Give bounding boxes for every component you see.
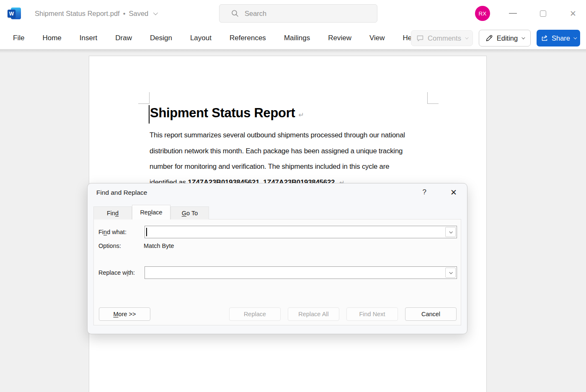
editing-mode-button[interactable]: Editing: [479, 30, 531, 46]
replace-button[interactable]: Replace: [229, 307, 281, 321]
chevron-down-icon: [573, 36, 577, 39]
comment-bubble-icon: [416, 35, 424, 42]
close-window-button[interactable]: ✕: [563, 0, 583, 27]
dialog-title: Find and Replace: [96, 189, 147, 196]
document-title: Shipment Status Report.pdf: [35, 10, 120, 18]
options-label: Options:: [98, 242, 121, 249]
share-button[interactable]: Share: [537, 30, 580, 46]
replace-with-combobox[interactable]: [145, 266, 457, 279]
text-cursor: [146, 228, 147, 236]
comments-label: Comments: [428, 34, 461, 42]
dialog-close-button[interactable]: ✕: [450, 188, 457, 197]
menu-file[interactable]: File: [13, 34, 24, 42]
margin-cropmark-right: [427, 92, 439, 104]
replace-with-input[interactable]: [145, 267, 445, 279]
replace-all-button[interactable]: Replace All: [288, 307, 339, 321]
tab-goto[interactable]: Go To: [170, 206, 209, 219]
cancel-button[interactable]: Cancel: [405, 307, 457, 321]
editing-label: Editing: [497, 34, 518, 42]
paragraph-mark: ↵: [298, 111, 304, 119]
share-label: Share: [552, 34, 570, 42]
options-value: Match Byte: [144, 242, 174, 249]
title-separator: •: [123, 10, 126, 18]
comments-button[interactable]: Comments: [411, 30, 473, 46]
menu-layout[interactable]: Layout: [190, 34, 212, 42]
dialog-tabs: Find Replace Go To: [93, 205, 461, 219]
menu-view[interactable]: View: [369, 34, 385, 42]
search-icon: [231, 10, 239, 17]
dialog-content: Find what: Options: Match Byte Replace w…: [93, 219, 461, 325]
menu-insert[interactable]: Insert: [80, 34, 98, 42]
find-what-combobox[interactable]: [145, 226, 457, 238]
document-paragraph: This report summarizes several outbound …: [150, 127, 434, 190]
paragraph-line: number for monitoring and verification. …: [150, 159, 434, 175]
menu-review[interactable]: Review: [328, 34, 351, 42]
share-icon: [541, 34, 548, 42]
find-replace-dialog: Find and Replace ? ✕ Find Replace Go To …: [87, 183, 467, 334]
heading-text: Shipment Status Report: [150, 106, 295, 120]
chevron-down-icon[interactable]: [153, 10, 158, 15]
ribbon-menubar: File Home Insert Draw Design Layout Refe…: [0, 27, 586, 49]
menu-references[interactable]: References: [230, 34, 266, 42]
margin-cropmark-left: [138, 92, 150, 104]
replace-with-label: Replace with:: [98, 269, 135, 276]
more-button[interactable]: More >>: [99, 307, 150, 321]
chevron-down-icon: [449, 230, 452, 233]
find-what-input[interactable]: [145, 226, 445, 238]
pencil-icon: [485, 34, 493, 42]
document-heading: Shipment Status Report↵: [150, 106, 304, 121]
search-input[interactable]: [245, 10, 362, 18]
paragraph-line: distribution network this month. Each pa…: [150, 143, 434, 159]
save-status: Saved: [129, 10, 148, 18]
maximize-button[interactable]: [533, 0, 552, 27]
help-button[interactable]: ?: [423, 188, 426, 196]
find-next-button[interactable]: Find Next: [346, 307, 398, 321]
menu-mailings[interactable]: Mailings: [284, 34, 310, 42]
find-what-label: Find what:: [98, 229, 126, 235]
search-box[interactable]: [219, 4, 377, 23]
tab-find[interactable]: Find: [93, 206, 132, 219]
chevron-down-icon: [449, 271, 452, 274]
minimize-button[interactable]: [503, 0, 522, 27]
tab-replace[interactable]: Replace: [132, 205, 170, 219]
word-app-icon: W: [8, 7, 21, 20]
menu-design[interactable]: Design: [150, 34, 172, 42]
chevron-down-icon: [521, 36, 525, 39]
replace-with-dropdown-button[interactable]: [445, 268, 456, 278]
titlebar: W Shipment Status Report.pdf • Saved RX …: [0, 0, 586, 27]
chevron-down-icon: [465, 36, 468, 39]
text-cursor: [149, 105, 150, 124]
menu-home[interactable]: Home: [42, 34, 61, 42]
find-what-dropdown-button[interactable]: [445, 227, 456, 237]
document-title-area[interactable]: Shipment Status Report.pdf • Saved: [35, 0, 157, 27]
dialog-header[interactable]: Find and Replace ? ✕: [88, 183, 467, 203]
menu-draw[interactable]: Draw: [115, 34, 132, 42]
avatar[interactable]: RX: [475, 6, 490, 21]
paragraph-line: This report summarizes several outbound …: [150, 127, 434, 143]
